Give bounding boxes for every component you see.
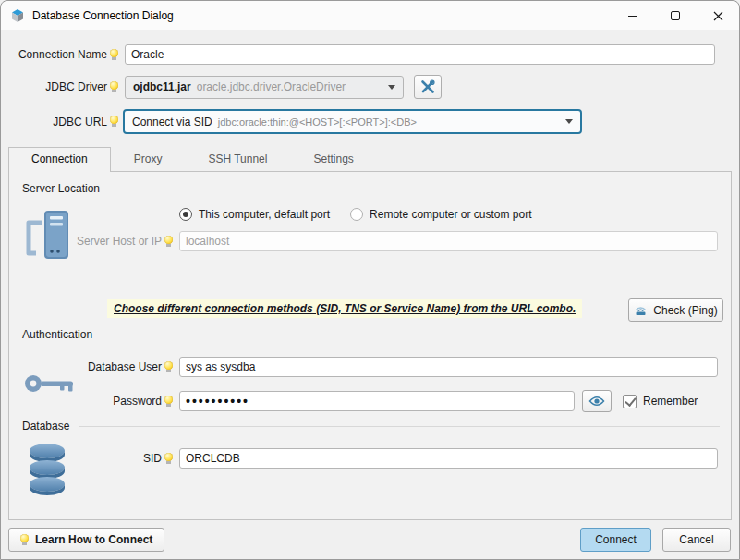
tab-bar: Connection Proxy SSH Tunnel Settings: [8, 147, 739, 171]
jdbc-url-label: JDBC URL: [53, 116, 107, 128]
connection-name-label: Connection Name: [18, 48, 107, 61]
maximize-button[interactable]: [654, 1, 697, 30]
close-button[interactable]: [697, 1, 739, 30]
tab-proxy[interactable]: Proxy: [111, 147, 186, 171]
jdbc-driver-label: JDBC Driver: [45, 80, 107, 93]
radio-remote-computer-label: Remote computer or custom port: [370, 208, 531, 221]
chevron-down-icon: [565, 119, 573, 124]
password-label: Password: [113, 395, 162, 408]
radio-remote-computer[interactable]: [350, 208, 363, 221]
lightbulb-hint-icon: [110, 81, 118, 93]
chevron-down-icon: [388, 85, 395, 90]
database-user-row: Database User: [9, 357, 718, 377]
minimize-button[interactable]: [612, 1, 654, 30]
check-ping-label: Check (Ping): [653, 304, 717, 317]
server-host-input: [179, 231, 718, 251]
sid-input[interactable]: [179, 448, 718, 469]
database-user-input[interactable]: [179, 357, 718, 377]
lightbulb-hint-icon: [110, 49, 118, 61]
connection-method-hint: Choose different connection methods (SID…: [107, 299, 582, 318]
eye-icon: [588, 396, 605, 407]
lightbulb-hint-icon: [110, 116, 118, 128]
lightbulb-icon: [20, 534, 29, 546]
server-location-radio-group: This computer, default port Remote compu…: [179, 206, 531, 223]
divider: [79, 426, 720, 427]
lightbulb-hint-icon: [164, 361, 173, 373]
wrench-screwdriver-icon: [420, 79, 435, 94]
jdbc-driver-class: oracle.jdbc.driver.OracleDriver: [197, 80, 346, 93]
connect-label: Connect: [595, 533, 637, 546]
tab-connection[interactable]: Connection: [8, 147, 111, 172]
ping-radar-icon: [634, 304, 648, 317]
radio-this-computer-label: This computer, default port: [199, 208, 330, 221]
remember-checkbox[interactable]: [623, 395, 637, 408]
minimize-icon: [628, 16, 637, 17]
password-row: Password •••••••••• Remember: [9, 390, 718, 412]
learn-how-to-connect-button[interactable]: Learn How to Connect: [8, 528, 164, 552]
sid-row: SID: [9, 448, 718, 469]
jdbc-url-method: Connect via SID: [132, 116, 212, 128]
remember-label: Remember: [643, 395, 698, 408]
divider: [109, 189, 720, 189]
lightbulb-hint-icon: [164, 396, 173, 408]
lightbulb-hint-icon: [164, 453, 173, 465]
server-location-heading: Server Location: [22, 182, 720, 195]
connection-name-row: Connection Name: [10, 44, 715, 65]
cancel-label: Cancel: [679, 533, 713, 546]
show-password-button[interactable]: [582, 390, 612, 412]
database-user-label: Database User: [88, 360, 162, 373]
jdbc-url-row: JDBC URL Connect via SID jdbc:oracle:thi…: [10, 109, 715, 134]
lightbulb-hint-icon: [164, 236, 173, 248]
jdbc-driver-combo[interactable]: ojdbc11.jar oracle.jdbc.driver.OracleDri…: [125, 76, 404, 99]
password-input[interactable]: ••••••••••: [179, 391, 575, 411]
jdbc-driver-jar: ojdbc11.jar: [133, 80, 191, 93]
window-title: Database Connection Dialog: [32, 9, 174, 22]
tab-ssh-tunnel[interactable]: SSH Tunnel: [185, 147, 290, 171]
server-host-label: Server Host or IP: [77, 235, 162, 248]
divider: [102, 335, 720, 335]
password-masked-value: ••••••••••: [186, 394, 249, 408]
learn-how-to-connect-label: Learn How to Connect: [35, 533, 152, 546]
connect-button[interactable]: Connect: [580, 528, 651, 552]
cancel-button[interactable]: Cancel: [662, 528, 731, 552]
connection-header-form: Connection Name JDBC Driver ojdbc11.jar …: [1, 30, 739, 134]
jdbc-url-combo[interactable]: Connect via SID jdbc:oracle:thin:@<HOST>…: [123, 109, 582, 134]
window-controls: [612, 1, 739, 30]
dialog-footer: Learn How to Connect Connect Cancel: [1, 528, 739, 552]
jdbc-url-template: jdbc:oracle:thin:@<HOST>[:<PORT>]:<DB>: [218, 116, 417, 128]
database-heading: Database: [22, 420, 720, 432]
check-ping-button[interactable]: Check (Ping): [628, 298, 723, 322]
sid-label: SID: [143, 452, 162, 465]
jdbc-driver-row: JDBC Driver ojdbc11.jar oracle.jdbc.driv…: [10, 75, 715, 99]
driver-settings-button[interactable]: [414, 75, 442, 99]
authentication-heading: Authentication: [22, 328, 720, 341]
close-icon: [713, 11, 723, 21]
title-bar: Database Connection Dialog: [1, 1, 739, 30]
maximize-icon: [671, 11, 680, 20]
radio-this-computer[interactable]: [179, 208, 192, 221]
database-connection-dialog: { "window": { "title": "Database Connect…: [0, 0, 740, 560]
tab-settings[interactable]: Settings: [290, 147, 376, 171]
server-host-row: Server Host or IP: [9, 231, 718, 251]
connection-tab-panel: Server Location This computer, default p…: [8, 171, 732, 520]
connection-name-input[interactable]: [125, 44, 715, 65]
app-cube-icon: [10, 8, 25, 23]
